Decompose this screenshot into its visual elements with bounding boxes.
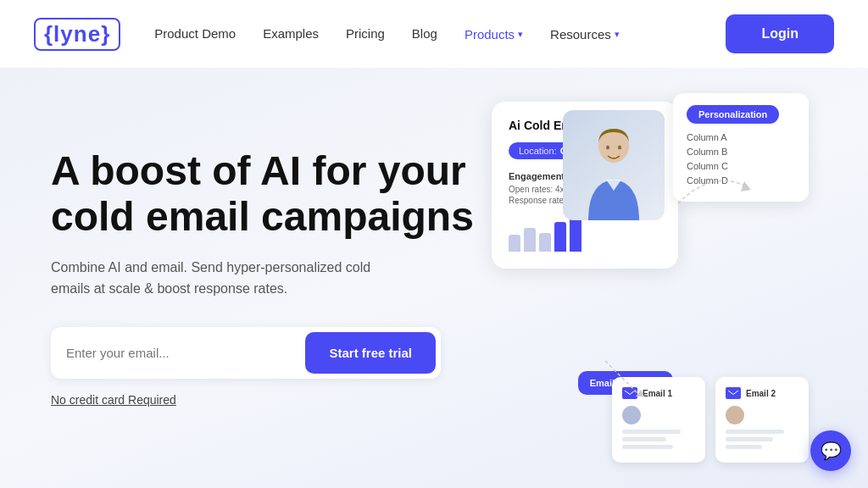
- envelope-icon-2: [728, 390, 738, 397]
- nav-item-products[interactable]: Products: [465, 27, 523, 42]
- nav-item-product-demo[interactable]: Product Demo: [154, 26, 236, 42]
- nav-link-resources[interactable]: Resources: [550, 27, 620, 42]
- cta-button[interactable]: Start free trial: [305, 332, 436, 374]
- svg-rect-5: [728, 390, 738, 397]
- svg-point-1: [606, 146, 609, 150]
- nav-link-examples[interactable]: Examples: [263, 26, 319, 41]
- email-1-line-1: [622, 430, 681, 434]
- nav-item-examples[interactable]: Examples: [263, 26, 319, 42]
- hero-subtitle: Combine AI and email. Send hyper-persona…: [51, 257, 390, 300]
- email-1-avatar: [622, 406, 641, 424]
- email-1-line-3: [622, 445, 673, 449]
- bar-3: [539, 233, 551, 252]
- email-input[interactable]: [66, 346, 305, 360]
- logo-text: {lyne}: [34, 18, 120, 51]
- bar-2: [524, 228, 536, 252]
- email-form: Start free trial: [51, 327, 441, 379]
- logo[interactable]: {lyne}: [34, 18, 120, 51]
- arrow-svg-2: [597, 352, 648, 403]
- chat-bubble[interactable]: 💬: [810, 430, 851, 471]
- navbar: {lyne} Product Demo Examples Pricing Blo…: [0, 0, 868, 68]
- no-credit-card-link[interactable]: No credit card Required: [51, 393, 176, 407]
- hero-illustration: Ai Cold Email Location: Germany Engageme…: [475, 68, 817, 488]
- nav-menu: Product Demo Examples Pricing Blog Produ…: [154, 26, 726, 42]
- nav-link-blog[interactable]: Blog: [412, 26, 437, 41]
- nav-item-blog[interactable]: Blog: [412, 26, 437, 42]
- bar-4: [554, 222, 566, 252]
- email-2-line-2: [726, 437, 773, 441]
- login-button[interactable]: Login: [726, 14, 834, 53]
- email-2-label: Email 2: [746, 389, 776, 398]
- email-2-icon: [726, 387, 741, 399]
- col-a: Column A: [687, 132, 795, 142]
- hero-left: A boost of AI for your cold email campai…: [51, 148, 475, 408]
- svg-marker-6: [636, 390, 644, 396]
- email-2-line-3: [726, 445, 762, 449]
- email-2-avatar: [726, 406, 744, 424]
- email-2-line-1: [726, 430, 784, 434]
- person-image: [563, 110, 665, 220]
- svg-point-2: [618, 146, 621, 150]
- bar-5: [570, 216, 581, 252]
- nav-item-resources[interactable]: Resources: [550, 27, 620, 42]
- nav-link-products[interactable]: Products: [465, 27, 523, 42]
- svg-marker-3: [741, 181, 751, 191]
- personalization-tag: Personalization: [687, 105, 779, 124]
- location-label: Location:: [519, 146, 557, 156]
- nav-link-product-demo[interactable]: Product Demo: [154, 26, 236, 41]
- nav-item-pricing[interactable]: Pricing: [346, 26, 385, 42]
- nav-link-pricing[interactable]: Pricing: [346, 26, 385, 41]
- email-card-2: Email 2: [715, 377, 809, 463]
- person-svg: [576, 119, 652, 220]
- email-2-header: Email 2: [726, 387, 798, 399]
- hero-title: A boost of AI for your cold email campai…: [51, 148, 475, 240]
- chat-icon: 💬: [821, 441, 842, 461]
- hero-section: A boost of AI for your cold email campai…: [0, 68, 868, 488]
- email-1-line-2: [622, 437, 666, 441]
- bar-1: [509, 235, 520, 252]
- arrow-svg-1: [670, 152, 754, 220]
